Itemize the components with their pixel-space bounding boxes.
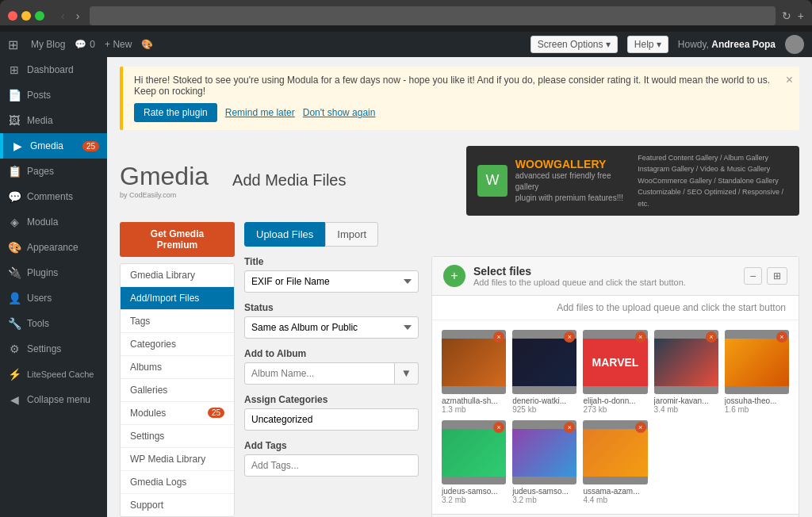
user-avatar: [785, 35, 804, 54]
nav-item-library[interactable]: Gmedia Library: [121, 264, 234, 287]
nav-link-galleries[interactable]: Galleries: [121, 379, 234, 401]
posts-icon: 📄: [8, 89, 21, 101]
gmedia-main-content: Get Gmedia Premium Gmedia Library Add/Im…: [107, 222, 812, 517]
new-tab-button[interactable]: +: [798, 10, 804, 22]
nav-item-add-import[interactable]: Add/Import Files: [121, 287, 234, 310]
gmedia-icon: ▶: [11, 140, 24, 152]
categories-input[interactable]: [244, 408, 419, 431]
topbar-comments[interactable]: 💬 0: [75, 39, 95, 50]
sidebar-item-gmedia[interactable]: ▶ Gmedia 25: [0, 133, 107, 159]
nav-link-support[interactable]: Support: [121, 494, 234, 516]
sidebar-label-users: Users: [27, 293, 52, 304]
file-size: 925 kb: [512, 405, 576, 414]
file-size: 273 kb: [583, 405, 647, 414]
media-icon: 🖼: [8, 114, 21, 127]
topbar-customize[interactable]: 🎨: [141, 39, 153, 50]
minimize-dot[interactable]: [21, 11, 31, 21]
topbar-site-link[interactable]: My Blog: [31, 39, 65, 50]
sidebar-item-posts[interactable]: 📄 Posts: [0, 82, 107, 108]
dashboard-icon: ⊞: [8, 63, 21, 76]
nav-item-wp-media[interactable]: WP Media Library: [121, 448, 234, 471]
sidebar-item-settings[interactable]: ⚙ Settings: [0, 336, 107, 362]
dont-show-button[interactable]: Don't show again: [303, 103, 376, 122]
maximize-dot[interactable]: [35, 11, 44, 21]
nav-link-add-import[interactable]: Add/Import Files: [121, 287, 234, 309]
queue-expand-button[interactable]: ⊞: [767, 267, 787, 285]
modula-icon: ◈: [8, 216, 21, 228]
help-button[interactable]: Help ▾: [627, 36, 668, 53]
tags-input[interactable]: [244, 454, 419, 477]
notification-close-button[interactable]: ×: [786, 73, 793, 87]
reload-button[interactable]: ↻: [782, 10, 791, 22]
wp-sidebar: ⊞ Dashboard 📄 Posts 🖼 Media ▶ Gmedia 25: [0, 57, 107, 517]
file-name: judeus-samso...: [512, 487, 576, 496]
sidebar-item-media[interactable]: 🖼 Media: [0, 108, 107, 133]
nav-link-tags[interactable]: Tags: [121, 310, 234, 332]
sidebar-item-collapse[interactable]: ◀ Collapse menu: [0, 387, 107, 412]
nav-link-settings[interactable]: Settings: [121, 425, 234, 447]
select-files-icon[interactable]: +: [443, 265, 465, 287]
list-item: × jaromir-kavan... 3.4 mb: [654, 330, 718, 414]
album-dropdown-button[interactable]: ▼: [395, 362, 419, 385]
thumb-img: [725, 339, 789, 386]
nav-item-modules[interactable]: Modules 25: [121, 402, 234, 425]
sidebar-item-appearance[interactable]: 🎨 Appearance: [0, 235, 107, 260]
topbar-new[interactable]: + New: [105, 39, 132, 50]
album-input[interactable]: [244, 362, 395, 385]
file-name: jaromir-kavan...: [654, 396, 718, 405]
nav-item-settings[interactable]: Settings: [121, 425, 234, 448]
nav-item-albums[interactable]: Albums: [121, 356, 234, 379]
queue-minimize-button[interactable]: –: [744, 267, 762, 285]
sidebar-item-litespeed[interactable]: ⚡ LiteSpeed Cache: [0, 362, 107, 387]
sidebar-item-modula[interactable]: ◈ Modula: [0, 209, 107, 235]
get-premium-button[interactable]: Get Gmedia Premium: [120, 222, 235, 257]
nav-link-library[interactable]: Gmedia Library: [121, 264, 234, 286]
forward-button[interactable]: ›: [72, 8, 84, 24]
nav-item-tags[interactable]: Tags: [121, 310, 234, 333]
queue-title: Select files: [473, 265, 736, 278]
nav-link-albums[interactable]: Albums: [121, 356, 234, 378]
navigation-arrows: ‹ ›: [57, 8, 83, 24]
nav-link-modules[interactable]: Modules 25: [121, 402, 234, 424]
nav-link-wp-media[interactable]: WP Media Library: [121, 448, 234, 470]
litespeed-icon: ⚡: [8, 368, 21, 381]
nav-item-logs[interactable]: Gmedia Logs: [121, 471, 234, 494]
sidebar-item-pages[interactable]: 📋 Pages: [0, 159, 107, 184]
album-input-wrapper: ▼: [244, 362, 419, 385]
file-name: jossuha-theo...: [725, 396, 789, 405]
file-remove-button[interactable]: ×: [706, 331, 717, 343]
nav-link-categories[interactable]: Categories: [121, 333, 234, 355]
screen-options-button[interactable]: Screen Options ▾: [530, 36, 618, 53]
sidebar-label-modula: Modula: [27, 216, 58, 228]
sidebar-item-users[interactable]: 👤 Users: [0, 285, 107, 311]
status-select[interactable]: Same as Album or Public: [244, 316, 419, 339]
file-remove-button[interactable]: ×: [635, 422, 646, 433]
back-button[interactable]: ‹: [57, 8, 69, 24]
collapse-icon: ◀: [8, 393, 21, 406]
file-name: judeus-samso...: [442, 487, 506, 496]
sidebar-item-dashboard[interactable]: ⊞ Dashboard: [0, 57, 107, 82]
album-group: Add to Album ▼: [244, 348, 419, 385]
title-select[interactable]: EXIF or File Name: [244, 270, 419, 293]
file-remove-button[interactable]: ×: [776, 331, 787, 343]
sidebar-item-plugins[interactable]: 🔌 Plugins: [0, 260, 107, 285]
nav-link-logs[interactable]: Gmedia Logs: [121, 471, 234, 493]
list-item: × ussama-azam... 4.4 mb: [583, 420, 647, 504]
sidebar-label-litespeed: LiteSpeed Cache: [27, 370, 94, 379]
thumb-img: [442, 429, 506, 477]
close-dot[interactable]: [8, 11, 17, 21]
address-bar[interactable]: [90, 6, 775, 25]
wp-logo-icon[interactable]: ⊞: [8, 37, 18, 52]
nav-item-support[interactable]: Support: [121, 494, 234, 516]
sidebar-item-tools[interactable]: 🔧 Tools: [0, 311, 107, 336]
tab-upload-files[interactable]: Upload Files: [244, 222, 325, 247]
file-remove-button[interactable]: ×: [635, 331, 646, 343]
nav-item-categories[interactable]: Categories: [121, 333, 234, 356]
nav-item-galleries[interactable]: Galleries: [121, 379, 234, 402]
remind-later-button[interactable]: Remind me later: [225, 103, 295, 122]
rate-plugin-button[interactable]: Rate the plugin: [134, 103, 217, 122]
sidebar-item-comments[interactable]: 💬 Comments: [0, 184, 107, 209]
sidebar-menu: ⊞ Dashboard 📄 Posts 🖼 Media ▶ Gmedia 25: [0, 57, 107, 412]
tab-import[interactable]: Import: [325, 222, 378, 247]
topbar-greeting: Howdy, Andreea Popa: [678, 39, 776, 50]
